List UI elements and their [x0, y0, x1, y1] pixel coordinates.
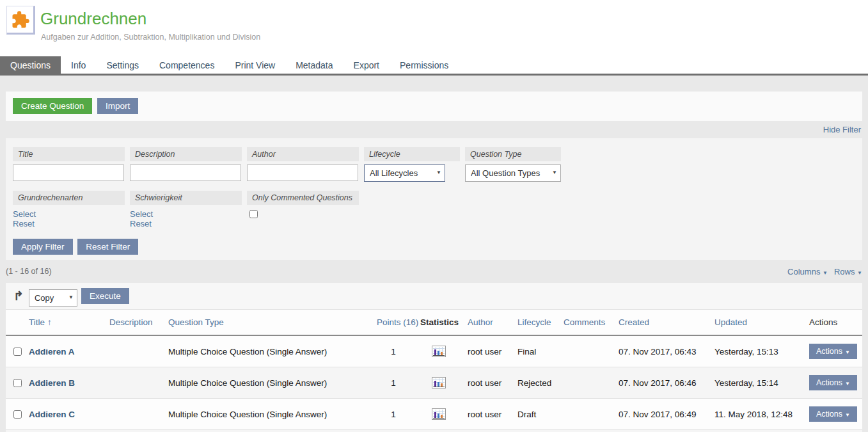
- question-author: root user: [462, 367, 512, 399]
- tab-print-view[interactable]: Print View: [225, 56, 285, 74]
- question-author: root user: [462, 335, 512, 367]
- page-subtitle: Aufgaben zur Addition, Subtraktion, Mult…: [41, 33, 260, 42]
- top-button-strip: Create Question Import: [6, 92, 862, 121]
- chevron-down-icon: ▼: [845, 412, 850, 418]
- description-filter-input[interactable]: [130, 164, 241, 181]
- import-button[interactable]: Import: [97, 98, 138, 114]
- statistics-chart-icon[interactable]: [432, 408, 446, 420]
- chevron-down-icon: ▼: [857, 270, 862, 276]
- tab-competences[interactable]: Competences: [149, 56, 225, 74]
- question-comments: [558, 430, 613, 432]
- question-table: Title↑ Description Question Type Points …: [6, 310, 862, 432]
- filter-panel: Title Description Author Lifecycle All L…: [6, 138, 862, 260]
- bulk-action-select[interactable]: Copy: [29, 289, 77, 307]
- lifecycle-select[interactable]: All Lifecycles: [364, 164, 445, 182]
- table-row: Addieren C Multiple Choice Question (Sin…: [6, 399, 862, 430]
- question-points: 1: [372, 430, 415, 432]
- tab-info[interactable]: Info: [61, 56, 96, 74]
- row-actions-button[interactable]: Actions▼: [809, 406, 857, 422]
- tab-permissions[interactable]: Permissions: [390, 56, 459, 74]
- question-created: 10. Nov 2017, 04:59: [613, 430, 709, 432]
- column-header-created[interactable]: Created: [613, 310, 709, 335]
- filter-label-schwierigkeit: Schwierigkeit: [130, 191, 242, 205]
- question-lifecycle: Final: [512, 335, 558, 367]
- tab-export[interactable]: Export: [343, 56, 390, 74]
- filter-label-question-type: Question Type: [465, 147, 561, 161]
- rows-menu[interactable]: Rows ▼: [834, 267, 862, 276]
- filter-label-author: Author: [247, 147, 359, 161]
- page-header: Grundrechnen Aufgaben zur Addition, Subt…: [0, 0, 868, 56]
- column-header-question-type[interactable]: Question Type: [168, 310, 372, 335]
- content-area: Create Question Import Hide Filter Title…: [0, 92, 868, 432]
- filter-label-only-commented: Only Commented Questions: [247, 191, 359, 205]
- column-header-lifecycle[interactable]: Lifecycle: [512, 310, 558, 335]
- apply-filter-button[interactable]: Apply Filter: [13, 239, 73, 255]
- question-updated: Yesterday, 15:13: [709, 335, 804, 367]
- column-header-title[interactable]: Title↑: [29, 310, 109, 335]
- tab-metadata[interactable]: Metadata: [285, 56, 343, 74]
- statistics-chart-icon[interactable]: [432, 346, 446, 357]
- question-points: 1: [372, 367, 415, 399]
- chevron-down-icon: ▼: [845, 349, 850, 355]
- tab-questions[interactable]: Questions: [0, 56, 61, 74]
- table-header-row: Title↑ Description Question Type Points …: [6, 310, 862, 335]
- reset-filter-button[interactable]: Reset Filter: [77, 239, 138, 255]
- tab-bar: Questions Info Settings Competences Prin…: [0, 56, 868, 76]
- only-commented-checkbox[interactable]: [249, 210, 258, 218]
- row-select-checkbox[interactable]: [13, 348, 22, 356]
- columns-menu[interactable]: Columns ▼: [787, 267, 828, 276]
- column-header-points[interactable]: Points (16): [372, 310, 415, 335]
- question-type-select[interactable]: All Question Types: [465, 164, 561, 182]
- row-actions-button[interactable]: Actions▼: [809, 375, 857, 390]
- question-pool-icon: [6, 6, 35, 35]
- table-row: Addieren A Multiple Choice Question (Sin…: [6, 335, 862, 367]
- question-author: root user: [462, 430, 512, 432]
- column-header-comments[interactable]: Comments: [558, 310, 613, 335]
- row-actions-button[interactable]: Actions▼: [809, 344, 857, 359]
- chevron-down-icon: ▼: [845, 381, 850, 387]
- chevron-down-icon: ▼: [823, 270, 828, 276]
- question-title-link[interactable]: Addieren A: [29, 347, 75, 356]
- column-header-description[interactable]: Description: [109, 310, 168, 335]
- row-select-checkbox[interactable]: [13, 410, 22, 419]
- question-description: [109, 399, 168, 430]
- question-type: Multiple Choice Question (Single Answer): [168, 399, 372, 430]
- question-table-panel: ↱ Copy ▼ Execute Title↑ Description: [6, 283, 862, 432]
- question-created: 07. Nov 2017, 06:46: [613, 367, 709, 399]
- schwierigkeit-reset-link[interactable]: Reset: [130, 219, 242, 228]
- grundrechenarten-select-link[interactable]: Select: [13, 209, 125, 219]
- question-comments: [558, 335, 613, 367]
- question-lifecycle: Rejected: [512, 367, 558, 399]
- column-header-updated[interactable]: Updated: [709, 310, 804, 335]
- schwierigkeit-select-link[interactable]: Select: [130, 209, 242, 219]
- create-question-button[interactable]: Create Question: [13, 98, 92, 114]
- puzzle-icon: [11, 10, 30, 29]
- filter-field-title: Title: [13, 147, 125, 182]
- question-updated: 11. May 2018, 12:49: [709, 430, 804, 432]
- author-filter-input[interactable]: [247, 164, 358, 181]
- row-select-checkbox[interactable]: [13, 379, 22, 387]
- filter-buttons-row: Apply Filter Reset Filter: [13, 239, 855, 255]
- question-created: 07. Nov 2017, 06:43: [613, 335, 709, 367]
- question-lifecycle: Draft: [512, 430, 558, 432]
- question-title-link[interactable]: Addieren C: [29, 410, 75, 419]
- grundrechenarten-reset-link[interactable]: Reset: [13, 219, 125, 228]
- question-updated: Yesterday, 15:14: [709, 367, 804, 399]
- column-header-author[interactable]: Author: [462, 310, 512, 335]
- question-points: 1: [372, 399, 415, 430]
- column-header-statistics: Statistics: [415, 310, 462, 335]
- question-updated: 11. May 2018, 12:48: [709, 399, 804, 430]
- tab-settings[interactable]: Settings: [96, 56, 149, 74]
- question-type: Multiple Choice Question (Single Answer): [168, 367, 372, 399]
- question-type: Multiple Choice Question (Multiple Answe…: [168, 430, 372, 432]
- question-title-link[interactable]: Addieren B: [29, 378, 75, 388]
- bulk-action-toolbar: ↱ Copy ▼ Execute: [6, 283, 862, 310]
- hide-filter-link[interactable]: Hide Filter: [823, 125, 861, 134]
- execute-button[interactable]: Execute: [81, 288, 129, 304]
- statistics-chart-icon[interactable]: [432, 377, 446, 388]
- title-filter-input[interactable]: [13, 164, 124, 181]
- question-created: 07. Nov 2017, 06:49: [613, 399, 709, 430]
- list-meta-row: (1 - 16 of 16) Columns ▼ Rows ▼: [6, 260, 862, 283]
- filter-row-1: Title Description Author Lifecycle All L…: [13, 147, 855, 182]
- question-description: [109, 335, 168, 367]
